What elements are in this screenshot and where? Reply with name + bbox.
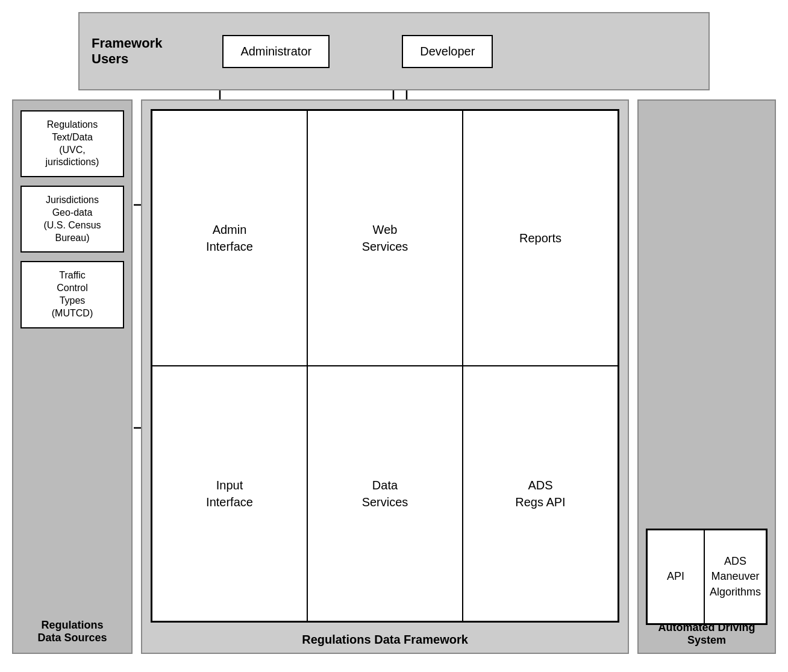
ads-section: API ADSManeuverAlgorithms Automated Driv… xyxy=(637,99,776,654)
ads-regs-api-cell: ADSRegs API xyxy=(463,366,618,621)
main-area: RegulationsText/Data(UVC,jurisdictions) … xyxy=(12,99,776,654)
web-services-cell: WebServices xyxy=(307,110,463,366)
regulations-text-box: RegulationsText/Data(UVC,jurisdictions) xyxy=(20,110,124,177)
data-services-cell: DataServices xyxy=(307,366,463,621)
reports-cell: Reports xyxy=(463,110,618,366)
traffic-control-box: TrafficControlTypes(MUTCD) xyxy=(20,261,124,328)
jurisdictions-geo-box: JurisdictionsGeo-data(U.S. CensusBureau) xyxy=(20,186,124,253)
admin-interface-cell: AdminInterface xyxy=(152,110,307,366)
framework-label: Regulations Data Framework xyxy=(142,633,628,647)
administrator-box: Administrator xyxy=(222,35,330,68)
framework-section: AdminInterface WebServices Reports Input… xyxy=(141,99,629,654)
framework-users-section: FrameworkUsers Administrator Developer xyxy=(78,12,710,90)
data-sources-label: RegulationsData Sources xyxy=(13,619,131,644)
ads-label: Automated DrivingSystem xyxy=(639,621,775,647)
input-interface-cell: InputInterface xyxy=(152,366,307,621)
data-sources-section: RegulationsText/Data(UVC,jurisdictions) … xyxy=(12,99,133,654)
framework-users-label: FrameworkUsers xyxy=(92,36,162,67)
administrator-label: Administrator xyxy=(240,45,311,58)
developer-box: Developer xyxy=(402,35,493,68)
framework-inner: AdminInterface WebServices Reports Input… xyxy=(151,109,619,623)
diagram-wrapper: FrameworkUsers Administrator Developer R… xyxy=(6,6,782,666)
api-cell: API xyxy=(647,530,704,624)
developer-label: Developer xyxy=(420,45,475,58)
ads-inner: API ADSManeuverAlgorithms xyxy=(646,529,768,625)
ads-maneuver-cell: ADSManeuverAlgorithms xyxy=(704,530,766,624)
user-boxes: Administrator Developer xyxy=(222,35,493,68)
